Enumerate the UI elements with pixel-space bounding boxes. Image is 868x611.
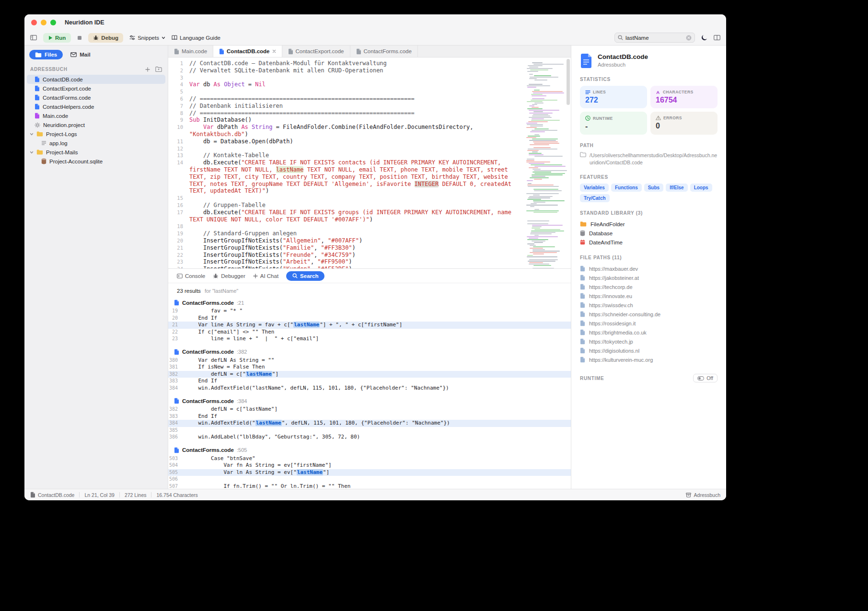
sidebar-item-main-code[interactable]: Main.code xyxy=(27,111,165,120)
result-row[interactable]: 383 End If xyxy=(168,413,571,420)
panel-tab-search[interactable]: Search xyxy=(286,271,324,281)
close-window-button[interactable] xyxy=(31,20,37,25)
panel-tab-debugger[interactable]: Debugger xyxy=(213,273,245,279)
result-group-header[interactable]: ContactForms.code:382 xyxy=(168,348,571,357)
sidebar-tab-mail[interactable]: Mail xyxy=(65,50,96,59)
sidebar-item-contactdb-code[interactable]: ContactDB.code xyxy=(27,75,165,84)
debug-button[interactable]: Debug xyxy=(88,33,123,43)
code-token: "Kunden" xyxy=(283,265,311,268)
sidebar-item-contactexport-code[interactable]: ContactExport.code xyxy=(27,84,165,93)
lines-icon xyxy=(585,90,590,94)
line-number: 19 xyxy=(168,230,189,237)
result-row[interactable]: 507 If fn.Trim() = "" Or ln.Trim() = "" … xyxy=(168,483,571,489)
language-guide-button[interactable]: Language Guide xyxy=(172,35,220,41)
code-token: ) xyxy=(352,252,356,258)
code-token: InsertGroupIfNotExists( xyxy=(189,258,283,265)
filepath-item[interactable]: https://techcorp.de xyxy=(580,282,718,291)
result-row[interactable]: 22 If c["email"] <> "" Then xyxy=(168,329,571,336)
result-row[interactable]: 382 defLN = c["lastName"] xyxy=(168,406,571,413)
filepath-item[interactable]: https://maxbauer.dev xyxy=(580,264,718,273)
result-group: ContactForms.code:2119 fav = "* "20 End … xyxy=(168,299,571,343)
run-button[interactable]: Run xyxy=(43,33,71,43)
result-row[interactable]: 23 line = line + " | " + c["email"] xyxy=(168,335,571,343)
minimap[interactable] xyxy=(524,58,571,268)
result-row[interactable]: 505 Var ln As String = ev["lastName"] xyxy=(168,469,571,476)
result-row[interactable]: 384 win.AddTextField("lastName", defLN, … xyxy=(168,385,571,392)
filepath-item[interactable]: https://schneider-consulting.de xyxy=(580,310,718,319)
code-line: 12 xyxy=(168,145,524,152)
result-row[interactable]: 503 Case "btnSave" xyxy=(168,455,571,462)
add-file-button[interactable] xyxy=(145,67,150,72)
sidebar-item-contactforms-code[interactable]: ContactForms.code xyxy=(27,93,165,102)
editor-tab-main-code[interactable]: Main.code xyxy=(168,46,213,57)
zoom-window-button[interactable] xyxy=(50,20,56,25)
editor-tab-contactforms-code[interactable]: ContactForms.code xyxy=(350,46,418,57)
layout-toggle[interactable] xyxy=(714,35,720,40)
feature-badge-subs: Subs xyxy=(644,184,663,192)
filepath-item[interactable]: https://brightmedia.co.uk xyxy=(580,328,718,337)
toggle-sidebar-button[interactable] xyxy=(30,35,37,40)
filepath-item[interactable]: https://jakobsteiner.at xyxy=(580,273,718,282)
sidebar-tab-files[interactable]: Files xyxy=(29,50,63,59)
result-token: "] xyxy=(272,371,278,377)
result-row[interactable]: 504 Var fn As String = ev["firstName"] xyxy=(168,462,571,469)
minimize-window-button[interactable] xyxy=(41,20,46,25)
result-row[interactable]: 380 Var defLN As String = "" xyxy=(168,357,571,364)
stat-card-characters: ACHARACTERS16754 xyxy=(650,86,718,108)
runtime-toggle[interactable]: Off xyxy=(693,374,718,382)
code-token: ) xyxy=(359,237,362,244)
stop-button[interactable] xyxy=(77,35,82,40)
code-area[interactable]: 1// ContactDB.code — Datenbank-Modul für… xyxy=(168,58,524,268)
editor-tab-contactdb-code[interactable]: ContactDB.code xyxy=(213,46,282,57)
sidebar-item-project-account-sqlite[interactable]: Project-Account.sqlite xyxy=(27,157,165,166)
editor-scrollbar[interactable] xyxy=(567,59,570,267)
result-row[interactable]: 382 defLN = c["lastName"] xyxy=(168,371,571,378)
scrollbar-thumb[interactable] xyxy=(567,59,570,105)
features-list: VariablesFunctionsSubsIf/ElseLoopsTry/Ca… xyxy=(580,184,718,202)
file-icon xyxy=(580,293,585,299)
clear-search-icon[interactable] xyxy=(686,35,692,41)
sidebar-item-project-mails[interactable]: Project-Mails xyxy=(27,148,165,157)
panel-tab-console[interactable]: Console xyxy=(177,273,205,279)
filepath-item[interactable]: https://digisolutions.nl xyxy=(580,346,718,355)
result-file-name: ContactForms.code xyxy=(182,398,234,404)
snippets-menu[interactable]: Snippets xyxy=(129,35,165,41)
code-editor[interactable]: 1// ContactDB.code — Datenbank-Modul für… xyxy=(168,58,571,268)
sidebar-item-project-logs[interactable]: Project-Logs xyxy=(27,129,165,138)
global-search-input[interactable]: lastName xyxy=(614,33,695,43)
log-file-icon xyxy=(41,140,46,146)
result-group-header[interactable]: ContactForms.code:505 xyxy=(168,446,571,455)
dark-mode-toggle[interactable] xyxy=(701,35,707,41)
code-text: InsertGroupIfNotExists("Arbeit", "#FF950… xyxy=(189,258,524,265)
filepath-item[interactable]: https://innovate.eu xyxy=(580,291,718,300)
sidebar-item-contacthelpers-code[interactable]: ContactHelpers.code xyxy=(27,102,165,111)
editor-tab-contactexport-code[interactable]: ContactExport.code xyxy=(282,46,350,57)
add-folder-button[interactable] xyxy=(155,67,162,72)
result-row[interactable]: 385 xyxy=(168,427,571,434)
code-token: , xyxy=(314,252,321,258)
code-token: db.Execute( xyxy=(189,209,241,216)
filepath-item[interactable]: https://tokyotech.jp xyxy=(580,337,718,346)
sidebar-item-neuridion-project[interactable]: Neuridion.project xyxy=(27,120,165,129)
code-token: "#AF52DE" xyxy=(317,265,348,268)
sidebar-item-app-log[interactable]: app.log xyxy=(27,138,165,148)
filepath-item[interactable]: https://rossidesign.it xyxy=(580,319,718,328)
inspector-panel: ContactDB.code Adressbuch STATISTICS LIN… xyxy=(571,46,726,489)
result-group-header[interactable]: ContactForms.code:21 xyxy=(168,299,571,308)
result-row[interactable]: 386 win.AddLabel("lblBday", "Geburtstag:… xyxy=(168,434,571,441)
filepath-item[interactable]: https://swissdev.ch xyxy=(580,300,718,310)
file-icon xyxy=(174,447,179,453)
result-row[interactable]: 19 fav = "* " xyxy=(168,308,571,315)
line-number: 21 xyxy=(168,244,189,252)
result-row[interactable]: 506 xyxy=(168,476,571,483)
code-token: As xyxy=(241,124,248,130)
panel-tab-ai-chat[interactable]: AI Chat xyxy=(253,273,278,279)
result-row[interactable]: 20 End If xyxy=(168,315,571,322)
result-row[interactable]: 21 Var line As String = fav + c["lastNam… xyxy=(168,322,571,329)
result-row[interactable]: 384 win.AddTextField("lastName", defLN, … xyxy=(168,420,571,427)
result-row[interactable]: 381 If isNew = False Then xyxy=(168,364,571,371)
filepath-item[interactable]: https://kulturverein-muc.org xyxy=(580,355,718,364)
result-group-header[interactable]: ContactForms.code:384 xyxy=(168,397,571,406)
result-row[interactable]: 383 End If xyxy=(168,378,571,385)
close-tab-icon[interactable] xyxy=(272,49,276,53)
